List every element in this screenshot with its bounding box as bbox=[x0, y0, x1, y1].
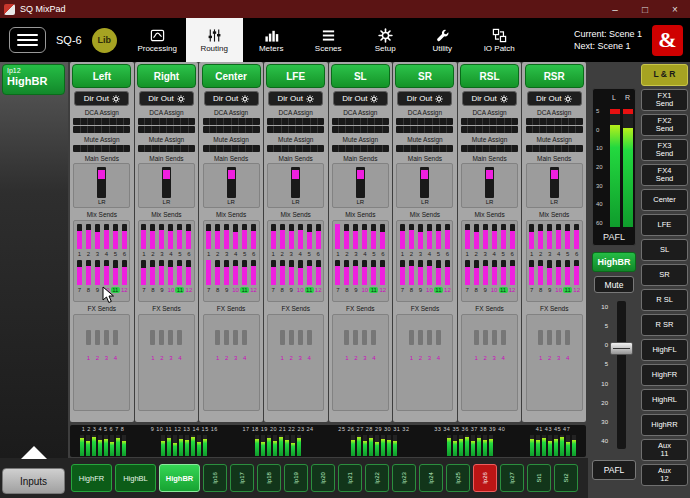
master-button-l-r[interactable]: L & R bbox=[641, 64, 688, 86]
fx-send-fader[interactable] bbox=[95, 330, 100, 345]
dca-assign-row[interactable] bbox=[138, 126, 195, 133]
mix-send-fader[interactable] bbox=[547, 260, 552, 285]
channel-button-ip26[interactable]: Ip26 bbox=[473, 464, 497, 492]
channel-select-button[interactable]: Center bbox=[202, 64, 261, 88]
fx-send-fader[interactable] bbox=[427, 330, 432, 345]
main-send-fader[interactable] bbox=[420, 167, 429, 198]
current-channel-button[interactable]: HighBR bbox=[592, 252, 636, 272]
fx-send-fader[interactable] bbox=[168, 330, 173, 345]
maximize-button[interactable]: □ bbox=[630, 0, 660, 18]
mix-send-fader[interactable] bbox=[298, 260, 303, 285]
mix-send-fader[interactable] bbox=[427, 224, 432, 249]
mix-send-fader[interactable] bbox=[168, 224, 173, 249]
mix-send-fader[interactable] bbox=[474, 260, 479, 285]
mix-send-fader[interactable] bbox=[371, 224, 376, 249]
channel-button-ip21[interactable]: Ip21 bbox=[338, 464, 362, 492]
tab-io-patch[interactable]: IO Patch bbox=[471, 18, 528, 62]
mix-send-fader[interactable] bbox=[122, 224, 127, 249]
fx-send-fader[interactable] bbox=[538, 330, 543, 345]
mix-send-fader[interactable] bbox=[141, 224, 146, 249]
mix-send-fader[interactable] bbox=[353, 260, 358, 285]
dca-assign-row[interactable] bbox=[526, 118, 583, 125]
master-button-fx1-send[interactable]: FX1Send bbox=[641, 89, 688, 111]
master-button-highrl[interactable]: HighRL bbox=[641, 389, 688, 411]
mix-send-fader[interactable] bbox=[556, 224, 561, 249]
master-button-sl[interactable]: SL bbox=[641, 239, 688, 261]
channel-select-button[interactable]: SL bbox=[331, 64, 390, 88]
mix-send-fader[interactable] bbox=[529, 224, 534, 249]
fx-send-fader[interactable] bbox=[483, 330, 488, 345]
main-send-fader[interactable] bbox=[162, 167, 171, 198]
mix-send-fader[interactable] bbox=[280, 224, 285, 249]
master-button-r-sl[interactable]: R SL bbox=[641, 289, 688, 311]
mix-send-fader[interactable] bbox=[104, 260, 109, 285]
fx-send-fader[interactable] bbox=[307, 330, 312, 345]
mix-send-fader[interactable] bbox=[574, 224, 579, 249]
dir-out-button[interactable]: Dir Out bbox=[139, 91, 194, 106]
channel-button-highfr[interactable]: HighFR bbox=[71, 464, 112, 492]
mix-send-fader[interactable] bbox=[556, 260, 561, 285]
mix-send-fader[interactable] bbox=[289, 260, 294, 285]
dca-assign-row[interactable] bbox=[73, 118, 130, 125]
dca-assign-row[interactable] bbox=[396, 126, 453, 133]
master-button-fx4-send[interactable]: FX4Send bbox=[641, 164, 688, 186]
mix-send-fader[interactable] bbox=[113, 224, 118, 249]
channel-button-st1[interactable]: St1 bbox=[527, 464, 551, 492]
mix-send-fader[interactable] bbox=[307, 224, 312, 249]
mix-send-fader[interactable] bbox=[307, 260, 312, 285]
mix-send-fader[interactable] bbox=[510, 224, 515, 249]
mix-send-fader[interactable] bbox=[565, 224, 570, 249]
fx-send-fader[interactable] bbox=[150, 330, 155, 345]
mix-send-fader[interactable] bbox=[177, 224, 182, 249]
mix-send-fader[interactable] bbox=[400, 260, 405, 285]
mix-send-fader[interactable] bbox=[371, 260, 376, 285]
mix-send-fader[interactable] bbox=[427, 260, 432, 285]
mix-send-fader[interactable] bbox=[141, 260, 146, 285]
dir-out-button[interactable]: Dir Out bbox=[397, 91, 452, 106]
mix-send-fader[interactable] bbox=[206, 224, 211, 249]
channel-button-highbr[interactable]: HighBR bbox=[159, 464, 200, 492]
fx-send-fader[interactable] bbox=[547, 330, 552, 345]
fx-send-fader[interactable] bbox=[344, 330, 349, 345]
dca-assign-row[interactable] bbox=[267, 118, 324, 125]
fx-send-fader[interactable] bbox=[362, 330, 367, 345]
channel-button-ip24[interactable]: Ip24 bbox=[419, 464, 443, 492]
minimize-button[interactable]: – bbox=[600, 0, 630, 18]
mix-send-fader[interactable] bbox=[150, 260, 155, 285]
mix-send-fader[interactable] bbox=[501, 260, 506, 285]
mix-send-fader[interactable] bbox=[233, 260, 238, 285]
master-button-fx3-send[interactable]: FX3Send bbox=[641, 139, 688, 161]
mix-send-fader[interactable] bbox=[271, 260, 276, 285]
dca-assign-row[interactable] bbox=[332, 126, 389, 133]
library-button[interactable]: Lib bbox=[92, 28, 117, 53]
fx-send-fader[interactable] bbox=[436, 330, 441, 345]
mix-send-fader[interactable] bbox=[251, 224, 256, 249]
main-send-fader[interactable] bbox=[291, 167, 300, 198]
dca-assign-row[interactable] bbox=[461, 126, 518, 133]
mix-send-fader[interactable] bbox=[574, 260, 579, 285]
mix-send-fader[interactable] bbox=[104, 224, 109, 249]
mix-send-fader[interactable] bbox=[501, 224, 506, 249]
fx-send-fader[interactable] bbox=[113, 330, 118, 345]
mix-send-fader[interactable] bbox=[86, 224, 91, 249]
mix-send-fader[interactable] bbox=[159, 224, 164, 249]
mix-send-fader[interactable] bbox=[492, 260, 497, 285]
mix-send-fader[interactable] bbox=[538, 224, 543, 249]
master-button-highfr[interactable]: HighFR bbox=[641, 364, 688, 386]
master-button-highfl[interactable]: HighFL bbox=[641, 339, 688, 361]
channel-fader-cap[interactable] bbox=[610, 342, 633, 355]
dca-assign-row[interactable] bbox=[73, 126, 130, 133]
mix-send-fader[interactable] bbox=[409, 224, 414, 249]
mix-send-fader[interactable] bbox=[362, 224, 367, 249]
tab-meters[interactable]: Meters bbox=[243, 18, 300, 62]
main-send-fader[interactable] bbox=[550, 167, 559, 198]
mix-send-fader[interactable] bbox=[316, 260, 321, 285]
mute-assign-row[interactable] bbox=[396, 145, 453, 152]
mix-send-fader[interactable] bbox=[445, 260, 450, 285]
mute-assign-row[interactable] bbox=[267, 145, 324, 152]
tab-utility[interactable]: Utility bbox=[414, 18, 471, 62]
mix-send-fader[interactable] bbox=[77, 260, 82, 285]
channel-button-ip19[interactable]: Ip19 bbox=[284, 464, 308, 492]
mix-send-fader[interactable] bbox=[242, 224, 247, 249]
channel-button-ip22[interactable]: Ip22 bbox=[365, 464, 389, 492]
